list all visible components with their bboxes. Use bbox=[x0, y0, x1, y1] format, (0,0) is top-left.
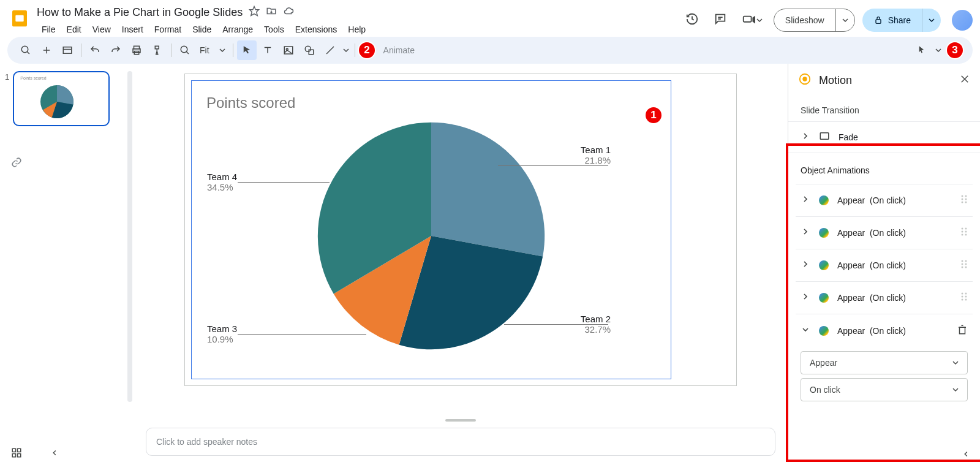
svg-point-35 bbox=[962, 228, 963, 230]
paint-format-icon[interactable] bbox=[148, 40, 167, 60]
toolbar: Fit Animate 2 3 bbox=[7, 37, 973, 64]
slideshow-dropdown[interactable] bbox=[835, 9, 854, 31]
line-dropdown-icon[interactable] bbox=[341, 40, 351, 60]
shape-icon[interactable] bbox=[300, 40, 319, 60]
history-icon[interactable] bbox=[682, 9, 703, 32]
svg-rect-53 bbox=[960, 327, 965, 334]
svg-marker-2 bbox=[250, 7, 259, 16]
doc-title[interactable]: How to Make a Pie Chart in Google Slides bbox=[37, 6, 243, 19]
svg-rect-5 bbox=[744, 17, 752, 22]
object-animations-label: Object Animations bbox=[796, 161, 973, 184]
select-tool-icon[interactable] bbox=[237, 40, 257, 60]
animate-label[interactable]: Animate bbox=[383, 45, 415, 55]
svg-line-22 bbox=[326, 47, 334, 54]
menu-help[interactable]: Help bbox=[343, 22, 371, 37]
animation-row[interactable]: Appear (On click) bbox=[796, 281, 973, 314]
close-icon[interactable] bbox=[959, 74, 970, 87]
animation-row[interactable]: Appear (On click) bbox=[796, 216, 973, 249]
menu-insert[interactable]: Insert bbox=[117, 22, 148, 37]
chevron-right-icon bbox=[801, 131, 810, 143]
svg-point-48 bbox=[965, 293, 967, 295]
svg-rect-56 bbox=[12, 449, 15, 452]
slide-canvas[interactable]: Points scored bbox=[184, 74, 737, 386]
image-icon[interactable] bbox=[279, 40, 298, 60]
menu-slide[interactable]: Slide bbox=[187, 22, 216, 37]
drag-handle-icon[interactable] bbox=[960, 259, 968, 271]
svg-point-37 bbox=[962, 231, 963, 233]
annotation-badge-3: 3 bbox=[946, 41, 964, 59]
menu-arrange[interactable]: Arrange bbox=[217, 22, 258, 37]
chart-object[interactable]: Points scored bbox=[191, 80, 671, 379]
comment-icon[interactable] bbox=[710, 9, 731, 32]
animation-row[interactable]: Appear (On click) bbox=[796, 184, 973, 216]
user-avatar[interactable] bbox=[952, 10, 973, 31]
animation-object-icon bbox=[819, 228, 829, 238]
filmstrip-scrollbar[interactable] bbox=[127, 71, 132, 402]
animation-row[interactable]: Appear (On click) bbox=[796, 314, 973, 347]
layout-icon[interactable] bbox=[58, 40, 77, 60]
delete-icon[interactable] bbox=[957, 324, 968, 338]
menu-bar: File Edit View Insert Format Slide Arran… bbox=[37, 22, 682, 37]
animation-row[interactable]: Appear (On click) bbox=[796, 249, 973, 281]
svg-point-34 bbox=[965, 202, 967, 203]
chevron-icon bbox=[801, 227, 810, 239]
line-icon[interactable] bbox=[320, 40, 340, 60]
chart-label-team4: Team 434.5% bbox=[207, 172, 237, 192]
svg-point-47 bbox=[962, 293, 963, 295]
trigger-select[interactable]: On click bbox=[801, 378, 968, 401]
slideshow-button[interactable]: Slideshow bbox=[774, 9, 855, 32]
star-icon[interactable] bbox=[249, 6, 260, 19]
chart-label-team3: Team 310.9% bbox=[207, 324, 237, 344]
search-icon[interactable] bbox=[16, 40, 36, 60]
svg-point-16 bbox=[181, 46, 187, 53]
redo-icon[interactable] bbox=[106, 40, 126, 60]
speaker-notes[interactable]: Click to add speaker notes bbox=[146, 428, 775, 456]
cloud-status-icon[interactable] bbox=[283, 6, 294, 19]
svg-point-31 bbox=[962, 199, 963, 200]
chart-title: Points scored bbox=[206, 94, 295, 112]
svg-point-46 bbox=[965, 267, 967, 268]
transition-row[interactable]: Fade bbox=[788, 121, 980, 153]
chart-label-team1: Team 121.8% bbox=[581, 145, 611, 165]
undo-icon[interactable] bbox=[85, 40, 105, 60]
menu-extensions[interactable]: Extensions bbox=[290, 22, 342, 37]
prev-slide-icon[interactable] bbox=[50, 449, 59, 460]
effect-select[interactable]: Appear bbox=[801, 351, 968, 374]
new-slide-icon[interactable] bbox=[37, 40, 56, 60]
cursor-collab-icon[interactable] bbox=[913, 40, 932, 60]
svg-rect-1 bbox=[15, 15, 23, 22]
share-button[interactable]: Share bbox=[862, 9, 941, 32]
menu-format[interactable]: Format bbox=[149, 22, 186, 37]
svg-point-30 bbox=[965, 195, 967, 197]
zoom-select[interactable]: Fit bbox=[196, 45, 229, 55]
animation-object-icon bbox=[819, 260, 829, 270]
menu-edit[interactable]: Edit bbox=[62, 22, 86, 37]
slide-number: 1 bbox=[5, 72, 9, 455]
print-icon[interactable] bbox=[127, 40, 146, 60]
menu-file[interactable]: File bbox=[37, 22, 61, 37]
menu-tools[interactable]: Tools bbox=[259, 22, 289, 37]
move-folder-icon[interactable] bbox=[266, 6, 277, 19]
notes-resize-handle[interactable] bbox=[445, 419, 476, 422]
annotation-badge-2: 2 bbox=[358, 41, 376, 59]
svg-point-50 bbox=[965, 296, 967, 298]
slide-thumbnail[interactable]: Points scored bbox=[13, 71, 110, 126]
drag-handle-icon[interactable] bbox=[960, 292, 968, 304]
menu-view[interactable]: View bbox=[88, 22, 116, 37]
svg-rect-59 bbox=[18, 454, 21, 457]
drag-handle-icon[interactable] bbox=[960, 194, 968, 206]
pie-chart bbox=[312, 116, 551, 355]
cursor-dropdown-icon[interactable] bbox=[933, 40, 943, 60]
drag-handle-icon[interactable] bbox=[960, 227, 968, 239]
textbox-icon[interactable] bbox=[258, 40, 277, 60]
share-dropdown[interactable] bbox=[922, 9, 941, 32]
slides-logo[interactable] bbox=[7, 6, 32, 31]
expand-panel-icon[interactable] bbox=[962, 450, 970, 461]
linked-objects-icon[interactable] bbox=[11, 157, 22, 170]
present-icon[interactable] bbox=[738, 10, 766, 31]
zoom-icon[interactable] bbox=[175, 40, 195, 60]
grid-view-icon[interactable] bbox=[11, 447, 22, 461]
svg-rect-6 bbox=[876, 20, 881, 24]
slide-transition-label: Slide Transition bbox=[788, 97, 980, 121]
leader-line bbox=[238, 334, 366, 335]
